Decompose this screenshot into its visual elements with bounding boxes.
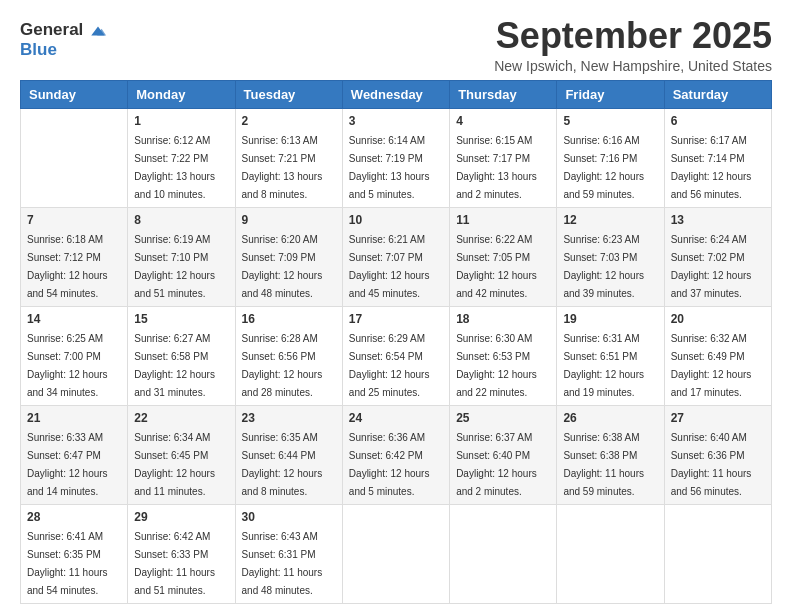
calendar-week-row: 1 Sunrise: 6:12 AMSunset: 7:22 PMDayligh… <box>21 108 772 207</box>
day-number: 29 <box>134 510 228 524</box>
day-info: Sunrise: 6:20 AMSunset: 7:09 PMDaylight:… <box>242 234 323 299</box>
day-info: Sunrise: 6:31 AMSunset: 6:51 PMDaylight:… <box>563 333 644 398</box>
day-number: 12 <box>563 213 657 227</box>
table-row: 13 Sunrise: 6:24 AMSunset: 7:02 PMDaylig… <box>664 207 771 306</box>
day-info: Sunrise: 6:23 AMSunset: 7:03 PMDaylight:… <box>563 234 644 299</box>
day-info: Sunrise: 6:43 AMSunset: 6:31 PMDaylight:… <box>242 531 323 596</box>
table-row: 5 Sunrise: 6:16 AMSunset: 7:16 PMDayligh… <box>557 108 664 207</box>
day-info: Sunrise: 6:21 AMSunset: 7:07 PMDaylight:… <box>349 234 430 299</box>
table-row: 19 Sunrise: 6:31 AMSunset: 6:51 PMDaylig… <box>557 306 664 405</box>
col-monday: Monday <box>128 80 235 108</box>
day-info: Sunrise: 6:25 AMSunset: 7:00 PMDaylight:… <box>27 333 108 398</box>
table-row: 28 Sunrise: 6:41 AMSunset: 6:35 PMDaylig… <box>21 504 128 603</box>
logo-icon <box>89 22 107 40</box>
logo: General Blue <box>20 20 107 59</box>
day-number: 17 <box>349 312 443 326</box>
day-number: 22 <box>134 411 228 425</box>
page: General Blue September 2025 New Ipswich,… <box>0 0 792 612</box>
day-number: 8 <box>134 213 228 227</box>
day-info: Sunrise: 6:34 AMSunset: 6:45 PMDaylight:… <box>134 432 215 497</box>
table-row: 25 Sunrise: 6:37 AMSunset: 6:40 PMDaylig… <box>450 405 557 504</box>
col-thursday: Thursday <box>450 80 557 108</box>
day-info: Sunrise: 6:41 AMSunset: 6:35 PMDaylight:… <box>27 531 108 596</box>
table-row: 8 Sunrise: 6:19 AMSunset: 7:10 PMDayligh… <box>128 207 235 306</box>
day-info: Sunrise: 6:12 AMSunset: 7:22 PMDaylight:… <box>134 135 215 200</box>
day-info: Sunrise: 6:28 AMSunset: 6:56 PMDaylight:… <box>242 333 323 398</box>
table-row: 12 Sunrise: 6:23 AMSunset: 7:03 PMDaylig… <box>557 207 664 306</box>
day-number: 21 <box>27 411 121 425</box>
table-row: 27 Sunrise: 6:40 AMSunset: 6:36 PMDaylig… <box>664 405 771 504</box>
table-row <box>21 108 128 207</box>
day-number: 18 <box>456 312 550 326</box>
table-row: 6 Sunrise: 6:17 AMSunset: 7:14 PMDayligh… <box>664 108 771 207</box>
table-row: 15 Sunrise: 6:27 AMSunset: 6:58 PMDaylig… <box>128 306 235 405</box>
table-row: 10 Sunrise: 6:21 AMSunset: 7:07 PMDaylig… <box>342 207 449 306</box>
table-row: 21 Sunrise: 6:33 AMSunset: 6:47 PMDaylig… <box>21 405 128 504</box>
table-row: 9 Sunrise: 6:20 AMSunset: 7:09 PMDayligh… <box>235 207 342 306</box>
day-info: Sunrise: 6:17 AMSunset: 7:14 PMDaylight:… <box>671 135 752 200</box>
calendar-header-row: Sunday Monday Tuesday Wednesday Thursday… <box>21 80 772 108</box>
logo-text: General <box>20 20 107 40</box>
logo-blue: Blue <box>20 40 107 60</box>
table-row: 16 Sunrise: 6:28 AMSunset: 6:56 PMDaylig… <box>235 306 342 405</box>
day-info: Sunrise: 6:18 AMSunset: 7:12 PMDaylight:… <box>27 234 108 299</box>
col-saturday: Saturday <box>664 80 771 108</box>
day-number: 6 <box>671 114 765 128</box>
day-number: 13 <box>671 213 765 227</box>
day-info: Sunrise: 6:15 AMSunset: 7:17 PMDaylight:… <box>456 135 537 200</box>
calendar-week-row: 28 Sunrise: 6:41 AMSunset: 6:35 PMDaylig… <box>21 504 772 603</box>
day-number: 1 <box>134 114 228 128</box>
calendar-week-row: 21 Sunrise: 6:33 AMSunset: 6:47 PMDaylig… <box>21 405 772 504</box>
calendar-week-row: 14 Sunrise: 6:25 AMSunset: 7:00 PMDaylig… <box>21 306 772 405</box>
table-row: 18 Sunrise: 6:30 AMSunset: 6:53 PMDaylig… <box>450 306 557 405</box>
table-row <box>557 504 664 603</box>
day-info: Sunrise: 6:29 AMSunset: 6:54 PMDaylight:… <box>349 333 430 398</box>
day-number: 3 <box>349 114 443 128</box>
day-number: 14 <box>27 312 121 326</box>
month-title: September 2025 <box>494 16 772 56</box>
day-info: Sunrise: 6:13 AMSunset: 7:21 PMDaylight:… <box>242 135 323 200</box>
day-info: Sunrise: 6:22 AMSunset: 7:05 PMDaylight:… <box>456 234 537 299</box>
day-info: Sunrise: 6:37 AMSunset: 6:40 PMDaylight:… <box>456 432 537 497</box>
day-number: 16 <box>242 312 336 326</box>
table-row: 4 Sunrise: 6:15 AMSunset: 7:17 PMDayligh… <box>450 108 557 207</box>
day-number: 20 <box>671 312 765 326</box>
calendar-week-row: 7 Sunrise: 6:18 AMSunset: 7:12 PMDayligh… <box>21 207 772 306</box>
table-row: 24 Sunrise: 6:36 AMSunset: 6:42 PMDaylig… <box>342 405 449 504</box>
day-number: 9 <box>242 213 336 227</box>
col-tuesday: Tuesday <box>235 80 342 108</box>
col-wednesday: Wednesday <box>342 80 449 108</box>
table-row: 17 Sunrise: 6:29 AMSunset: 6:54 PMDaylig… <box>342 306 449 405</box>
day-number: 19 <box>563 312 657 326</box>
day-number: 10 <box>349 213 443 227</box>
table-row: 20 Sunrise: 6:32 AMSunset: 6:49 PMDaylig… <box>664 306 771 405</box>
header: General Blue September 2025 New Ipswich,… <box>20 16 772 74</box>
calendar: Sunday Monday Tuesday Wednesday Thursday… <box>20 80 772 604</box>
day-info: Sunrise: 6:27 AMSunset: 6:58 PMDaylight:… <box>134 333 215 398</box>
day-number: 4 <box>456 114 550 128</box>
table-row: 1 Sunrise: 6:12 AMSunset: 7:22 PMDayligh… <box>128 108 235 207</box>
day-number: 15 <box>134 312 228 326</box>
day-info: Sunrise: 6:40 AMSunset: 6:36 PMDaylight:… <box>671 432 752 497</box>
day-info: Sunrise: 6:38 AMSunset: 6:38 PMDaylight:… <box>563 432 644 497</box>
table-row: 7 Sunrise: 6:18 AMSunset: 7:12 PMDayligh… <box>21 207 128 306</box>
day-info: Sunrise: 6:36 AMSunset: 6:42 PMDaylight:… <box>349 432 430 497</box>
title-block: September 2025 New Ipswich, New Hampshir… <box>494 16 772 74</box>
day-number: 5 <box>563 114 657 128</box>
table-row: 30 Sunrise: 6:43 AMSunset: 6:31 PMDaylig… <box>235 504 342 603</box>
day-number: 7 <box>27 213 121 227</box>
day-info: Sunrise: 6:30 AMSunset: 6:53 PMDaylight:… <box>456 333 537 398</box>
day-info: Sunrise: 6:16 AMSunset: 7:16 PMDaylight:… <box>563 135 644 200</box>
col-friday: Friday <box>557 80 664 108</box>
table-row: 26 Sunrise: 6:38 AMSunset: 6:38 PMDaylig… <box>557 405 664 504</box>
day-number: 25 <box>456 411 550 425</box>
table-row <box>450 504 557 603</box>
day-number: 30 <box>242 510 336 524</box>
day-number: 27 <box>671 411 765 425</box>
day-number: 26 <box>563 411 657 425</box>
table-row <box>342 504 449 603</box>
day-info: Sunrise: 6:42 AMSunset: 6:33 PMDaylight:… <box>134 531 215 596</box>
table-row: 11 Sunrise: 6:22 AMSunset: 7:05 PMDaylig… <box>450 207 557 306</box>
table-row: 2 Sunrise: 6:13 AMSunset: 7:21 PMDayligh… <box>235 108 342 207</box>
location: New Ipswich, New Hampshire, United State… <box>494 58 772 74</box>
